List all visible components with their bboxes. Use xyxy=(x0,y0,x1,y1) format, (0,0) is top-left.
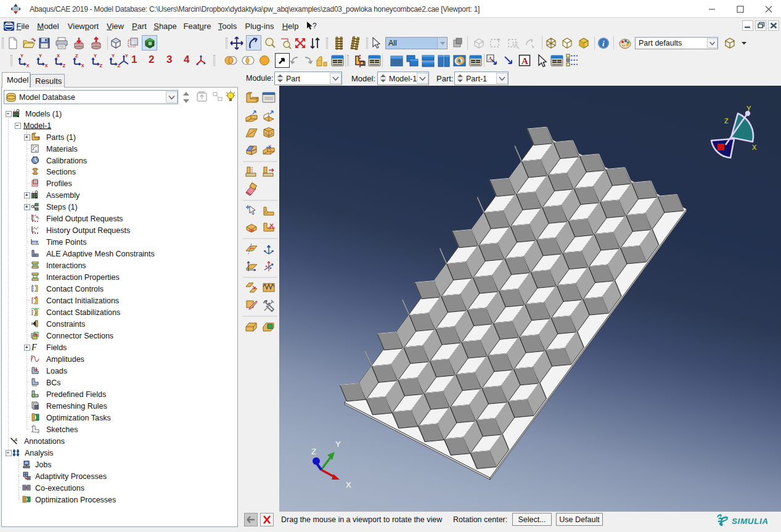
svg-text:Contact Initializations: Contact Initializations xyxy=(46,297,119,305)
svg-text:Calibrations: Calibrations xyxy=(46,157,87,165)
svg-text:Optimization Processes: Optimization Processes xyxy=(35,496,116,504)
svg-text:ε: ε xyxy=(35,149,37,152)
svg-text:Contact Stabilizations: Contact Stabilizations xyxy=(46,308,120,317)
svg-text:Y: Y xyxy=(39,54,42,59)
svg-text:Z: Z xyxy=(724,117,729,125)
svg-text:Amplitudes: Amplitudes xyxy=(46,355,84,364)
svg-text:Model-1: Model-1 xyxy=(23,121,51,130)
svg-text:Sketches: Sketches xyxy=(46,425,78,434)
svg-text:Remeshing Rules: Remeshing Rules xyxy=(46,402,107,411)
svg-text:Y: Y xyxy=(125,54,128,58)
svg-text:X: X xyxy=(81,63,84,67)
svg-text:Adaptivity Processes: Adaptivity Processes xyxy=(35,472,107,481)
svg-text:Y: Y xyxy=(335,440,341,449)
svg-text:X: X xyxy=(27,63,30,67)
svg-text:History Output Requests: History Output Requests xyxy=(46,226,130,235)
svg-text:Predefined Fields: Predefined Fields xyxy=(46,390,106,399)
svg-text:Jobs: Jobs xyxy=(35,460,51,469)
svg-text:Steps (1): Steps (1) xyxy=(46,203,78,211)
svg-text:X: X xyxy=(346,480,351,489)
svg-text:Y: Y xyxy=(20,54,23,59)
svg-text:Parts (1): Parts (1) xyxy=(46,133,76,142)
svg-text:Co-executions: Co-executions xyxy=(35,484,84,493)
svg-text:Z: Z xyxy=(100,63,103,67)
svg-text:Annotations: Annotations xyxy=(24,437,65,446)
svg-text:Assembly: Assembly xyxy=(46,191,80,200)
svg-text:Contact Controls: Contact Controls xyxy=(46,285,104,293)
svg-text:Optimization Tasks: Optimization Tasks xyxy=(46,414,111,422)
svg-text:BCs: BCs xyxy=(46,379,61,387)
svg-text:Z: Z xyxy=(311,447,316,456)
svg-text:Interaction Properties: Interaction Properties xyxy=(46,273,120,282)
svg-text:ALE Adaptive Mesh Constraints: ALE Adaptive Mesh Constraints xyxy=(46,250,155,258)
svg-text:X: X xyxy=(57,54,60,59)
svg-text:A: A xyxy=(521,56,528,66)
svg-text:Analysis: Analysis xyxy=(25,449,54,457)
svg-text:F: F xyxy=(31,343,37,352)
svg-text:Z: Z xyxy=(75,54,78,59)
svg-text:Y: Y xyxy=(112,54,115,59)
svg-text:SIMULIA: SIMULIA xyxy=(732,517,769,526)
svg-text:Materials: Materials xyxy=(46,145,78,153)
svg-text:Fields: Fields xyxy=(46,343,67,352)
svg-text:Connector Sections: Connector Sections xyxy=(46,332,113,340)
svg-text:Y: Y xyxy=(746,105,751,112)
svg-text:Y: Y xyxy=(94,54,97,59)
svg-text:Field Output Requests: Field Output Requests xyxy=(46,215,123,223)
svg-text:A: A xyxy=(14,437,17,443)
svg-text:Time Points: Time Points xyxy=(46,238,87,247)
svg-text:Models (1): Models (1) xyxy=(25,110,62,118)
svg-text:Sections: Sections xyxy=(46,168,76,176)
svg-text:?: ? xyxy=(313,22,317,30)
svg-text:Z: Z xyxy=(63,63,66,67)
svg-text:Interactions: Interactions xyxy=(46,261,86,270)
svg-text:X: X xyxy=(752,144,757,151)
svg-text:Loads: Loads xyxy=(46,367,67,375)
svg-text:i: i xyxy=(602,39,605,48)
svg-text:X: X xyxy=(45,63,48,67)
svg-text:A: A xyxy=(488,55,493,62)
svg-text:Profiles: Profiles xyxy=(46,179,72,188)
svg-text:Constraints: Constraints xyxy=(46,320,85,329)
